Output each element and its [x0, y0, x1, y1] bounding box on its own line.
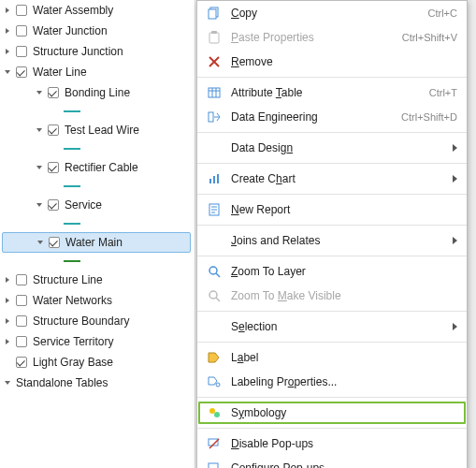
menu-item-disable-pop-ups[interactable]: Disable Pop-ups: [197, 431, 467, 456]
menu-item-selection[interactable]: Selection: [197, 314, 467, 339]
tree-item-label: Rectifier Cable: [65, 161, 138, 174]
tree-item-structure-boundary[interactable]: Structure Boundary: [0, 311, 195, 331]
layer-checkbox[interactable]: [16, 274, 27, 285]
tree-item-service-territory[interactable]: Service Territory: [0, 331, 195, 352]
tree-item-label: Service Territory: [33, 335, 113, 348]
svg-line-22: [216, 298, 220, 301]
tree-item-bonding-line[interactable]: Bonding Line: [0, 82, 195, 103]
triangle-down-icon[interactable]: [2, 66, 13, 78]
menu-item-data-engineering[interactable]: Data EngineeringCtrl+Shift+D: [197, 105, 467, 129]
menu-item-label: Labeling Properties...: [231, 375, 457, 388]
layer-checkbox[interactable]: [48, 162, 59, 173]
menu-separator: [197, 342, 467, 343]
tree-item-water-line[interactable]: Water Line: [0, 62, 195, 82]
svg-point-19: [209, 267, 217, 274]
triangle-down-icon[interactable]: [34, 199, 45, 211]
menu-item-label: Copy: [231, 7, 421, 20]
menu-item-data-design[interactable]: Data Design: [197, 136, 467, 160]
layer-checkbox[interactable]: [16, 295, 27, 306]
line-swatch-icon: [64, 148, 80, 150]
menu-item-configure-pop-ups[interactable]: Configure Pop-ups: [197, 456, 467, 468]
menu-item-label: Attribute Table: [231, 86, 422, 99]
menu-item-label: Disable Pop-ups: [231, 437, 457, 450]
zoomvis-icon: [203, 285, 225, 307]
menu-item-label: Remove: [231, 55, 457, 68]
remove-icon: [203, 51, 225, 73]
triangle-down-icon[interactable]: [34, 124, 45, 136]
menu-item-zoom-to-make-visible: Zoom To Make Visible: [197, 284, 467, 308]
tree-item-water-networks[interactable]: Water Networks: [0, 290, 195, 311]
triangle-right-icon[interactable]: [2, 46, 13, 57]
tree-item-label: Water Assembly: [33, 4, 113, 17]
tree-item-water-junction[interactable]: Water Junction: [0, 21, 195, 41]
layer-checkbox[interactable]: [16, 315, 27, 327]
line-swatch-icon: [64, 185, 80, 187]
tree-item-light-gray-base[interactable]: Light Gray Base: [0, 352, 195, 373]
menu-item-new-report[interactable]: New Report: [197, 197, 467, 222]
menu-item-label[interactable]: Label: [197, 345, 467, 370]
menu-shortcut: Ctrl+Shift+V: [402, 32, 457, 43]
tree-item-rectifier-cable[interactable]: Rectifier Cable: [0, 157, 195, 178]
label-icon: [203, 346, 225, 369]
tree-item-label: Structure Boundary: [33, 314, 129, 328]
blank-icon: [203, 137, 225, 159]
context-menu: CopyCtrl+CPaste PropertiesCtrl+Shift+VRe…: [196, 0, 468, 468]
table-of-contents: Water AssemblyWater JunctionStructure Ju…: [0, 0, 195, 468]
menu-separator: [197, 428, 467, 429]
tree-item-test-lead-wire[interactable]: Test Lead Wire: [0, 120, 195, 140]
tree-item-label: Light Gray Base: [33, 356, 113, 369]
tree-item-standalone-tables[interactable]: Standalone Tables: [0, 373, 195, 393]
triangle-right-icon[interactable]: [2, 295, 13, 306]
layer-checkbox[interactable]: [48, 199, 59, 211]
svg-rect-2: [209, 33, 219, 43]
svg-point-23: [216, 383, 220, 387]
labelprop-icon: [203, 371, 225, 393]
triangle-right-icon[interactable]: [2, 336, 13, 347]
layer-checkbox[interactable]: [48, 87, 59, 98]
layer-checkbox[interactable]: [16, 66, 27, 78]
menu-item-copy[interactable]: CopyCtrl+C: [197, 1, 467, 25]
triangle-right-icon[interactable]: [2, 315, 13, 327]
menu-item-label: Selection: [231, 320, 447, 333]
tree-item-water-assembly[interactable]: Water Assembly: [0, 0, 195, 21]
svg-point-21: [209, 291, 217, 299]
triangle-right-icon[interactable]: [2, 25, 13, 37]
layer-checkbox[interactable]: [16, 25, 27, 37]
triangle-right-icon[interactable]: [2, 274, 13, 285]
layer-checkbox[interactable]: [16, 357, 27, 368]
layer-checkbox[interactable]: [16, 336, 27, 347]
layer-checkbox[interactable]: [16, 5, 27, 16]
menu-separator: [197, 256, 467, 256]
triangle-right-icon[interactable]: [2, 5, 13, 16]
menu-item-label: Symbology: [231, 406, 457, 419]
menu-item-symbology[interactable]: Symbology: [197, 401, 467, 425]
copy-icon: [203, 2, 225, 24]
tree-item-label: Service: [65, 198, 102, 212]
tree-item-structure-line[interactable]: Structure Line: [0, 270, 195, 290]
layer-checkbox[interactable]: [16, 46, 27, 57]
tree-item-service[interactable]: Service: [0, 195, 195, 215]
menu-item-zoom-to-layer[interactable]: Zoom To Layer: [197, 259, 467, 284]
menu-separator: [197, 311, 467, 312]
menu-item-attribute-table[interactable]: Attribute TableCtrl+T: [197, 80, 467, 105]
menu-item-label: Create Chart: [231, 172, 447, 185]
triangle-down-icon[interactable]: [35, 237, 46, 248]
layer-checkbox[interactable]: [48, 124, 59, 136]
triangle-down-icon[interactable]: [34, 162, 45, 173]
triangle-down-icon[interactable]: [2, 377, 13, 388]
tree-item-water-main[interactable]: Water Main: [2, 232, 191, 253]
menu-item-remove[interactable]: Remove: [197, 50, 467, 74]
tree-item-structure-junction[interactable]: Structure Junction: [0, 41, 195, 62]
menu-item-create-chart[interactable]: Create Chart: [197, 167, 467, 191]
symbol-swatch-row: [0, 103, 195, 120]
menu-item-joins-and-relates[interactable]: Joins and Relates: [197, 228, 467, 253]
chart-icon: [203, 168, 225, 190]
layer-checkbox[interactable]: [49, 237, 60, 248]
menu-item-labeling-properties[interactable]: Labeling Properties...: [197, 370, 467, 394]
svg-rect-12: [209, 179, 211, 183]
svg-point-24: [209, 408, 215, 414]
dataeng-icon: [203, 106, 225, 128]
symbol-swatch-row: [0, 253, 195, 270]
svg-rect-14: [217, 174, 219, 183]
triangle-down-icon[interactable]: [34, 87, 45, 98]
